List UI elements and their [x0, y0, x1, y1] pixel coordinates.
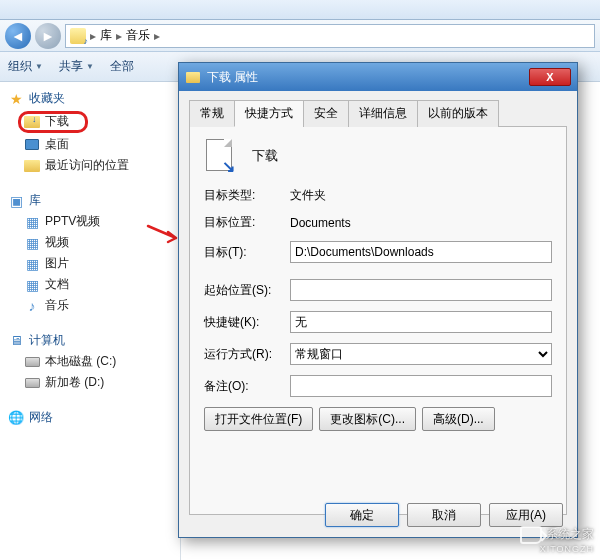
breadcrumb-root[interactable]: 库	[100, 27, 112, 44]
video-icon: ▦	[24, 214, 40, 230]
folder-icon	[185, 69, 201, 85]
libraries-group: ▣库 ▦PPTV视频 ▦视频 ▦图片 ▦文档 ♪音乐	[4, 190, 176, 316]
desktop-icon	[24, 137, 40, 153]
computer-group: 🖥计算机 本地磁盘 (C:) 新加卷 (D:)	[4, 330, 176, 393]
cancel-button[interactable]: 取消	[407, 503, 481, 527]
target-location-value: Documents	[290, 216, 552, 230]
target-type-value: 文件夹	[290, 187, 552, 204]
documents-icon: ▦	[24, 277, 40, 293]
change-icon-button[interactable]: 更改图标(C)...	[319, 407, 416, 431]
properties-dialog: 下载 属性 X 常规 快捷方式 安全 详细信息 以前的版本 ↘ 下载 目标类型:…	[178, 62, 578, 538]
forward-button[interactable]: ►	[35, 23, 61, 49]
tab-general[interactable]: 常规	[189, 100, 235, 127]
tab-strip: 常规 快捷方式 安全 详细信息 以前的版本	[189, 99, 567, 127]
music-folder-icon	[70, 28, 86, 44]
run-label: 运行方式(R):	[204, 346, 290, 363]
organize-menu[interactable]: 组织▼	[8, 58, 43, 75]
tab-previous-versions[interactable]: 以前的版本	[417, 100, 499, 127]
favorites-group: ★收藏夹 下载 桌面 最近访问的位置	[4, 88, 176, 176]
dialog-title: 下载 属性	[207, 69, 529, 86]
dialog-titlebar[interactable]: 下载 属性 X	[179, 63, 577, 91]
chevron-down-icon: ▼	[35, 62, 43, 71]
start-in-input[interactable]	[290, 279, 552, 301]
chevron-right-icon: ▸	[90, 29, 96, 43]
tab-security[interactable]: 安全	[303, 100, 349, 127]
target-input[interactable]	[290, 241, 552, 263]
video-icon: ▦	[24, 235, 40, 251]
comment-input[interactable]	[290, 375, 552, 397]
sidebar-item-pictures[interactable]: ▦图片	[4, 253, 176, 274]
sidebar-item-videos[interactable]: ▦视频	[4, 232, 176, 253]
shortcut-icon: ↘	[204, 139, 238, 173]
favorites-header[interactable]: ★收藏夹	[4, 88, 176, 109]
sidebar-item-desktop[interactable]: 桌面	[4, 134, 176, 155]
drive-icon	[24, 375, 40, 391]
back-button[interactable]: ◄	[5, 23, 31, 49]
ok-button[interactable]: 确定	[325, 503, 399, 527]
download-folder-icon	[24, 114, 40, 130]
close-button[interactable]: X	[529, 68, 571, 86]
target-location-label: 目标位置:	[204, 214, 290, 231]
library-icon: ▣	[8, 193, 24, 209]
comment-label: 备注(O):	[204, 378, 290, 395]
computer-header[interactable]: 🖥计算机	[4, 330, 176, 351]
apply-button[interactable]: 应用(A)	[489, 503, 563, 527]
address-bar: ◄ ► ▸ 库 ▸ 音乐 ▸	[0, 20, 600, 52]
window-titlebar	[0, 0, 600, 20]
advanced-button[interactable]: 高级(D)...	[422, 407, 495, 431]
music-icon: ♪	[24, 298, 40, 314]
dialog-footer: 确定 取消 应用(A)	[325, 503, 563, 527]
sidebar-item-drive-c[interactable]: 本地磁盘 (C:)	[4, 351, 176, 372]
breadcrumb[interactable]: ▸ 库 ▸ 音乐 ▸	[65, 24, 595, 48]
shortcut-name: 下载	[252, 147, 278, 165]
chevron-right-icon: ▸	[116, 29, 122, 43]
libraries-header[interactable]: ▣库	[4, 190, 176, 211]
start-in-label: 起始位置(S):	[204, 282, 290, 299]
pictures-icon: ▦	[24, 256, 40, 272]
tab-details[interactable]: 详细信息	[348, 100, 418, 127]
tab-content: ↘ 下载 目标类型: 文件夹 目标位置: Documents 目标(T): 起始…	[189, 127, 567, 515]
sidebar-item-pptv[interactable]: ▦PPTV视频	[4, 211, 176, 232]
dialog-body: 常规 快捷方式 安全 详细信息 以前的版本 ↘ 下载 目标类型: 文件夹 目标位…	[179, 91, 577, 515]
nav-sidebar: ★收藏夹 下载 桌面 最近访问的位置 ▣库 ▦PPTV视频 ▦视频 ▦图片 ▦文…	[0, 82, 180, 560]
sidebar-item-downloads[interactable]: 下载	[4, 109, 176, 134]
sidebar-item-music[interactable]: ♪音乐	[4, 295, 176, 316]
star-icon: ★	[8, 91, 24, 107]
chevron-right-icon: ▸	[154, 29, 160, 43]
run-select[interactable]: 常规窗口	[290, 343, 552, 365]
target-type-label: 目标类型:	[204, 187, 290, 204]
all-menu[interactable]: 全部	[110, 58, 134, 75]
breadcrumb-current[interactable]: 音乐	[126, 27, 150, 44]
target-label: 目标(T):	[204, 244, 290, 261]
share-menu[interactable]: 共享▼	[59, 58, 94, 75]
network-group: 🌐网络	[4, 407, 176, 428]
tab-shortcut[interactable]: 快捷方式	[234, 100, 304, 127]
recent-icon	[24, 158, 40, 174]
network-header[interactable]: 🌐网络	[4, 407, 176, 428]
network-icon: 🌐	[8, 410, 24, 426]
sidebar-item-drive-d[interactable]: 新加卷 (D:)	[4, 372, 176, 393]
hotkey-input[interactable]	[290, 311, 552, 333]
hotkey-label: 快捷键(K):	[204, 314, 290, 331]
drive-icon	[24, 354, 40, 370]
chevron-down-icon: ▼	[86, 62, 94, 71]
computer-icon: 🖥	[8, 333, 24, 349]
open-file-location-button[interactable]: 打开文件位置(F)	[204, 407, 313, 431]
sidebar-item-recent[interactable]: 最近访问的位置	[4, 155, 176, 176]
sidebar-item-documents[interactable]: ▦文档	[4, 274, 176, 295]
